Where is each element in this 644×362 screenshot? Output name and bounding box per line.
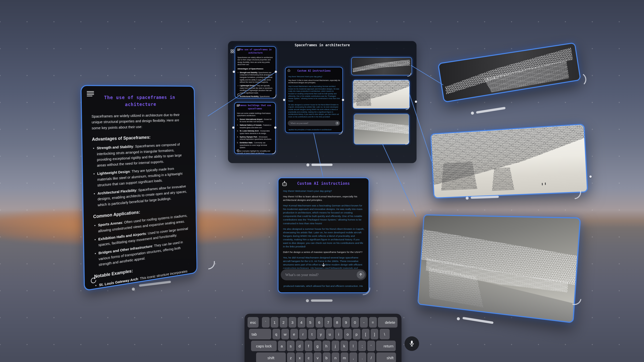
key[interactable]: r	[299, 329, 307, 339]
anchor-dot[interactable]	[232, 126, 234, 129]
anchor-dot[interactable]	[415, 101, 417, 103]
refresh-icon[interactable]	[237, 93, 240, 96]
key[interactable]: i	[335, 329, 343, 339]
key[interactable]: k	[340, 341, 348, 351]
key[interactable]: shift	[376, 352, 396, 362]
key[interactable]: p	[353, 329, 360, 339]
send-button[interactable]	[335, 121, 339, 125]
key[interactable]: a	[278, 341, 286, 351]
drag-handle-dot[interactable]	[306, 299, 309, 302]
note-card[interactable]: The use of spaceframes in achitecture Sp…	[235, 46, 276, 98]
key[interactable]: m	[341, 352, 348, 362]
key[interactable]: 8	[333, 317, 341, 328]
anchor-dot[interactable]	[275, 71, 277, 73]
key[interactable]: x	[296, 352, 304, 362]
key[interactable]: '	[367, 341, 375, 351]
key[interactable]: 3	[289, 317, 296, 328]
key[interactable]: t	[308, 329, 316, 339]
resize-arc[interactable]	[405, 141, 409, 145]
thumbnail-wireframe-truss[interactable]	[354, 114, 409, 145]
chat-inputbar[interactable]	[281, 269, 366, 280]
key[interactable]: o	[344, 329, 352, 339]
mini-chat-card[interactable]: Custom AI instructions Hey there! Welcom…	[285, 67, 343, 133]
key[interactable]: 4	[298, 317, 305, 328]
key[interactable]: delete	[378, 317, 397, 328]
key[interactable]: y	[317, 329, 325, 339]
key[interactable]: /	[367, 352, 375, 362]
refresh-icon[interactable]	[90, 276, 97, 285]
buildings-card[interactable]: Famous buildings that use spaceframes He…	[234, 102, 276, 154]
key[interactable]: [	[362, 329, 370, 339]
key[interactable]: caps lock	[251, 341, 277, 351]
anchor-dot[interactable]	[589, 175, 592, 178]
robot-icon[interactable]	[281, 181, 288, 187]
key[interactable]: u	[326, 329, 334, 339]
key[interactable]: h	[323, 341, 330, 351]
key[interactable]: f	[305, 341, 312, 351]
anchor-dot[interactable]	[233, 71, 235, 73]
key[interactable]: j	[332, 341, 339, 351]
key[interactable]: return	[376, 341, 396, 351]
send-button[interactable]	[357, 271, 365, 279]
thumbnail-wireframe-hangar[interactable]	[351, 57, 412, 75]
key[interactable]: z	[287, 352, 295, 362]
thumbnail-hangar-photo[interactable]	[353, 80, 410, 109]
key[interactable]: 2	[280, 317, 288, 328]
key[interactable]: s	[287, 341, 295, 351]
menu-icon[interactable]	[87, 91, 94, 97]
key[interactable]: -	[360, 317, 368, 328]
key[interactable]: \	[380, 329, 390, 339]
grid-icon[interactable]	[230, 49, 234, 53]
key[interactable]: =	[369, 317, 377, 328]
virtual-keyboard[interactable]: esc`1234567890-=delete tabqwertyuiop[]\ …	[245, 314, 401, 362]
anchor-dot[interactable]	[342, 99, 344, 101]
key[interactable]: d	[296, 341, 304, 351]
resize-arc[interactable]	[407, 73, 411, 77]
key[interactable]: ]	[371, 329, 378, 339]
key[interactable]: g	[314, 341, 321, 351]
drag-handle-dot[interactable]	[457, 317, 460, 320]
key[interactable]: .	[358, 352, 366, 362]
resize-arc[interactable]	[272, 150, 276, 154]
anchor-dot[interactable]	[283, 99, 285, 101]
key[interactable]: n	[332, 352, 339, 362]
key[interactable]: 7	[324, 317, 332, 328]
key[interactable]: tab	[249, 329, 271, 339]
key[interactable]: 5	[306, 317, 314, 328]
mic-button[interactable]	[405, 336, 419, 351]
drag-handle-dot[interactable]	[471, 112, 474, 115]
key[interactable]: b	[323, 352, 331, 362]
key[interactable]: w	[281, 329, 289, 339]
image-window-hangar-photo[interactable]	[430, 124, 588, 199]
key[interactable]: c	[305, 352, 313, 362]
chat-input[interactable]	[285, 273, 357, 277]
key[interactable]: ,	[349, 352, 357, 362]
drag-handle-dot[interactable]	[132, 288, 135, 291]
key[interactable]: 1	[271, 317, 278, 328]
key[interactable]: 0	[351, 317, 359, 328]
key[interactable]: 6	[315, 317, 323, 328]
menu-icon[interactable]	[237, 49, 240, 51]
drag-handle-dot[interactable]	[306, 163, 309, 166]
key[interactable]: ;	[358, 341, 366, 351]
key[interactable]: 9	[342, 317, 350, 328]
drag-handle[interactable]	[311, 299, 333, 302]
key[interactable]: esc	[248, 317, 259, 328]
key[interactable]: v	[314, 352, 321, 362]
drag-handle-dot[interactable]	[466, 197, 469, 200]
anchor-dot[interactable]	[274, 126, 276, 129]
refresh-icon[interactable]	[236, 149, 239, 152]
chat-input[interactable]	[290, 122, 335, 125]
key[interactable]: l	[349, 341, 357, 351]
drag-handle[interactable]	[311, 164, 333, 166]
mini-chat-inputbar[interactable]	[288, 120, 340, 126]
resize-arc[interactable]	[272, 95, 276, 98]
key[interactable]: q	[272, 329, 280, 339]
resize-arc[interactable]	[406, 106, 410, 110]
key[interactable]: shift	[256, 352, 286, 362]
scroll-down-icon[interactable]	[322, 263, 325, 267]
key[interactable]: e	[290, 329, 298, 339]
menu-icon[interactable]	[237, 104, 240, 107]
image-window-wireframe-truss[interactable]	[417, 214, 581, 323]
resize-arc[interactable]	[339, 131, 343, 134]
